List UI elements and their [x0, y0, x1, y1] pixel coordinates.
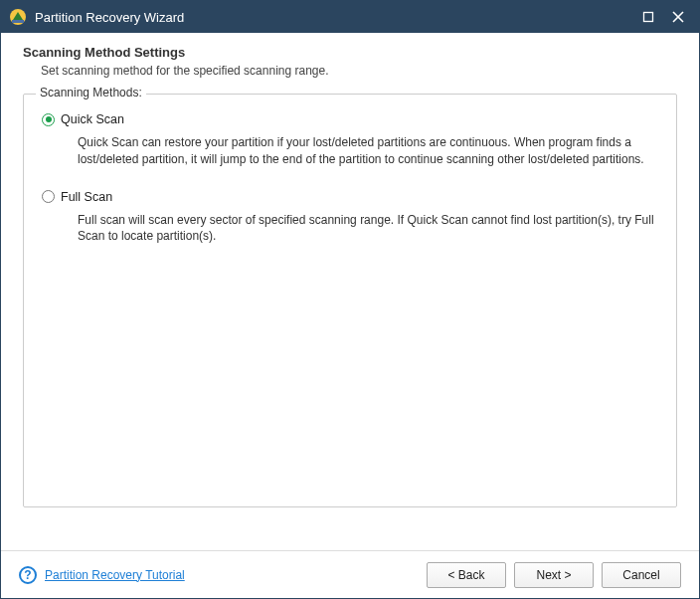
next-button[interactable]: Next > — [514, 562, 594, 588]
svg-rect-2 — [644, 13, 653, 22]
tutorial-link[interactable]: Partition Recovery Tutorial — [45, 568, 185, 582]
footer: ? Partition Recovery Tutorial < Back Nex… — [1, 550, 699, 598]
close-button[interactable] — [663, 5, 693, 29]
option-label: Full Scan — [61, 190, 112, 204]
groupbox-legend: Scanning Methods: — [36, 86, 146, 100]
option-description: Quick Scan can restore your partition if… — [78, 134, 658, 168]
window-title: Partition Recovery Wizard — [35, 10, 633, 25]
radio-full-scan[interactable]: Full Scan — [42, 190, 658, 204]
option-full-scan: Full Scan Full scan will scan every sect… — [42, 190, 658, 246]
option-quick-scan: Quick Scan Quick Scan can restore your p… — [42, 112, 658, 168]
maximize-button[interactable] — [633, 5, 663, 29]
radio-icon — [42, 190, 55, 203]
radio-icon — [42, 113, 55, 126]
scanning-methods-group: Scanning Methods: Quick Scan Quick Scan … — [23, 94, 677, 507]
cancel-button[interactable]: Cancel — [602, 562, 681, 588]
close-icon — [672, 11, 684, 23]
svg-rect-1 — [12, 20, 24, 23]
page-header: Scanning Method Settings Set scanning me… — [1, 33, 699, 94]
back-button[interactable]: < Back — [427, 562, 506, 588]
option-label: Quick Scan — [61, 112, 124, 126]
radio-quick-scan[interactable]: Quick Scan — [42, 112, 658, 126]
app-icon — [9, 8, 27, 26]
titlebar: Partition Recovery Wizard — [1, 1, 699, 33]
maximize-icon — [642, 11, 654, 23]
help-icon[interactable]: ? — [19, 566, 37, 584]
page-subtitle: Set scanning method for the specified sc… — [41, 64, 677, 78]
option-description: Full scan will scan every sector of spec… — [78, 212, 658, 246]
page-title: Scanning Method Settings — [23, 45, 677, 60]
